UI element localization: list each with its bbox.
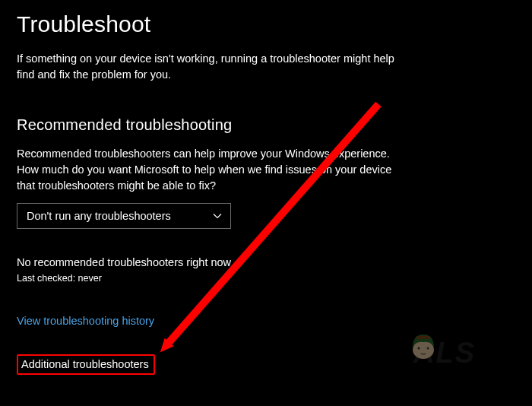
section-heading-recommended: Recommended troubleshooting — [17, 116, 515, 134]
intro-text: If something on your device isn't workin… — [17, 51, 412, 83]
page-title: Troubleshoot — [17, 11, 515, 37]
last-checked-label: Last checked: never — [17, 273, 515, 284]
recommended-status: No recommended troubleshooters right now — [17, 256, 515, 268]
recommended-description: Recommended troubleshooters can help imp… — [17, 146, 412, 194]
chevron-down-icon — [212, 211, 223, 221]
view-history-link[interactable]: View troubleshooting history — [17, 315, 154, 327]
troubleshoot-preference-dropdown[interactable]: Don't run any troubleshooters — [17, 203, 231, 229]
dropdown-selected-label: Don't run any troubleshooters — [27, 210, 171, 222]
additional-troubleshooters-link[interactable]: Additional troubleshooters — [18, 356, 154, 373]
annotation-highlight-box: Additional troubleshooters — [17, 354, 155, 375]
